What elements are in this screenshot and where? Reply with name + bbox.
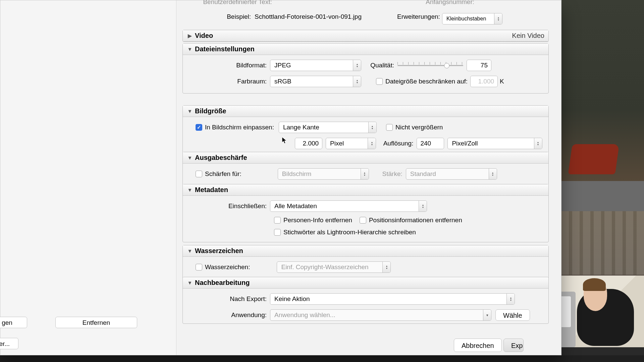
- limit-filesize-label: Dateigröße beschränken auf:: [385, 78, 468, 85]
- after-export-label: Nach Export:: [189, 295, 270, 303]
- write-keyword-hierarchy-label: Stichwörter als Lightroom-Hierarchie sch…: [283, 229, 416, 236]
- fit-mode-select[interactable]: Lange Kante: [279, 122, 377, 133]
- resize-to-fit-label: In Bildschirm einpassen:: [205, 124, 274, 131]
- sharpen-strength-label: Stärke:: [376, 170, 406, 178]
- section-watermark-header[interactable]: Wasserzeichen: [183, 245, 548, 257]
- extensions-value: Kleinbuchstaben: [446, 16, 486, 22]
- disclosure-down-icon: [187, 155, 193, 161]
- resize-to-fit-checkbox[interactable]: [196, 124, 202, 131]
- section-image-size-header[interactable]: Bildgröße: [183, 106, 548, 117]
- disclosure-down-icon: [187, 46, 193, 52]
- watermark-checkbox[interactable]: [196, 264, 202, 270]
- image-format-value: JPEG: [274, 62, 291, 69]
- stepper-arrows-icon: [419, 201, 427, 212]
- stepper-arrows-icon: [382, 262, 390, 273]
- application-select[interactable]: Anwendung wählen...: [270, 309, 491, 321]
- section-output-sharpening: Ausgabeschärfe Schärfen für: Bildschirm …: [182, 152, 549, 186]
- section-metadata: Metadaten Einschließen: Alle Metadaten P…: [182, 184, 549, 242]
- metadata-include-label: Einschließen:: [189, 202, 270, 210]
- section-video-header[interactable]: Video Kein Video: [183, 30, 548, 42]
- stepper-arrows-icon: [506, 294, 515, 304]
- export-button[interactable]: Exp: [503, 339, 524, 352]
- sharpen-target-select[interactable]: Bildschirm: [278, 168, 369, 180]
- export-panels: Benutzerdefinierter Text: Anfangsnummer:…: [182, 0, 550, 329]
- choose-application-button[interactable]: Wähle: [495, 309, 530, 321]
- section-post-processing-title: Nachbearbeitung: [195, 279, 250, 287]
- stepper-arrows-icon: [353, 76, 361, 87]
- remove-location-checkbox[interactable]: [360, 217, 366, 224]
- export-dialog: gen Entfernen ger... Benutzerdefinierter…: [0, 0, 561, 355]
- colorspace-select[interactable]: sRGB: [270, 76, 361, 87]
- no-enlarge-checkbox[interactable]: [386, 124, 393, 131]
- application-placeholder: Anwendung wählen...: [274, 311, 335, 319]
- quality-label: Qualität:: [368, 62, 397, 69]
- resolution-unit-select[interactable]: Pixel/Zoll: [447, 138, 542, 149]
- watermark-value: Einf. Copyright-Wasserzeichen: [281, 263, 368, 271]
- watermark-label: Wasserzeichen:: [205, 263, 250, 271]
- section-output-sharpening-header[interactable]: Ausgabeschärfe: [183, 152, 548, 164]
- watermark-select[interactable]: Einf. Copyright-Wasserzeichen: [277, 261, 391, 273]
- resolution-label: Auflösung:: [378, 140, 417, 147]
- resolution-input[interactable]: [417, 138, 444, 149]
- write-keyword-hierarchy-checkbox[interactable]: [274, 229, 281, 236]
- preset-dropdown-button[interactable]: ger...: [0, 338, 18, 349]
- resolution-unit-value: Pixel/Zoll: [452, 140, 478, 147]
- application-label: Anwendung:: [189, 311, 270, 319]
- section-watermark: Wasserzeichen Wasserzeichen: Einf. Copyr…: [182, 245, 549, 279]
- section-watermark-title: Wasserzeichen: [195, 247, 243, 255]
- colorspace-value: sRGB: [274, 78, 291, 85]
- section-post-processing: Nachbearbeitung Nach Export: Keine Aktio…: [182, 277, 549, 324]
- stepper-arrows-icon: [368, 138, 376, 149]
- sharpen-checkbox[interactable]: [196, 171, 202, 177]
- section-metadata-header[interactable]: Metadaten: [183, 184, 548, 196]
- section-post-processing-header[interactable]: Nachbearbeitung: [183, 277, 548, 289]
- after-export-select[interactable]: Keine Aktion: [270, 293, 515, 305]
- image-format-select[interactable]: JPEG: [270, 60, 361, 71]
- sharpen-strength-select[interactable]: Standard: [406, 168, 497, 180]
- remove-preset-button[interactable]: Entfernen: [55, 317, 137, 328]
- chevron-down-icon: [483, 310, 491, 320]
- dimension-input[interactable]: [295, 138, 322, 149]
- stepper-arrows-icon: [489, 169, 497, 179]
- background-road: [561, 181, 644, 211]
- section-video: Video Kein Video: [182, 30, 549, 42]
- section-file-settings-title: Dateieinstellungen: [195, 45, 255, 53]
- disclosure-down-icon: [187, 248, 193, 254]
- preset-sidebar: gen Entfernen ger...: [0, 0, 176, 355]
- sharpen-label: Schärfen für:: [205, 170, 241, 178]
- stepper-arrows-icon: [368, 122, 376, 133]
- limit-filesize-input[interactable]: [470, 76, 498, 87]
- quality-slider[interactable]: [397, 61, 463, 69]
- stepper-arrows-icon: [361, 169, 369, 179]
- add-preset-button[interactable]: gen: [0, 317, 27, 328]
- limit-filesize-checkbox[interactable]: [376, 78, 383, 85]
- disclosure-right-icon: [187, 33, 193, 39]
- remove-person-info-checkbox[interactable]: [274, 217, 281, 224]
- section-video-status: Kein Video: [512, 32, 544, 40]
- sharpen-strength-value: Standard: [410, 170, 436, 178]
- extensions-label: Erweiterungen:: [397, 13, 439, 20]
- dimension-unit-value: Pixel: [330, 140, 344, 147]
- after-export-value: Keine Aktion: [274, 295, 310, 303]
- disclosure-down-icon: [187, 187, 193, 193]
- section-file-settings-header[interactable]: Dateieinstellungen: [183, 44, 548, 55]
- section-video-title: Video: [195, 32, 213, 40]
- section-output-sharpening-title: Ausgabeschärfe: [195, 154, 247, 162]
- cancel-button[interactable]: Abbrechen: [454, 339, 502, 352]
- start-number-label: Anfangsnummer:: [397, 0, 474, 6]
- quality-input[interactable]: [467, 60, 491, 71]
- dimension-unit-select[interactable]: Pixel: [326, 138, 376, 149]
- example-filename: Schottland-Fotoreise-001-von-091.jpg: [255, 13, 362, 20]
- background-bottom-bar: [0, 355, 644, 362]
- disclosure-down-icon: [187, 280, 193, 286]
- no-enlarge-label: Nicht vergrößern: [395, 124, 443, 131]
- extensions-select[interactable]: Kleinbuchstaben: [442, 13, 502, 24]
- stepper-arrows-icon: [534, 138, 542, 149]
- limit-filesize-unit: K: [500, 78, 504, 85]
- section-metadata-title: Metadaten: [195, 186, 228, 194]
- quality-slider-thumb[interactable]: [444, 63, 449, 68]
- image-format-label: Bildformat:: [189, 62, 270, 69]
- remove-person-info-label: Personen-Info entfernen: [283, 217, 352, 224]
- example-label: Beispiel:: [219, 13, 251, 20]
- metadata-include-select[interactable]: Alle Metadaten: [270, 200, 427, 212]
